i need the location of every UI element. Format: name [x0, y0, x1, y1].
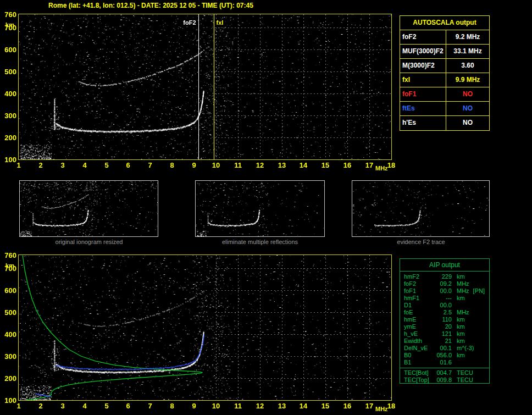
aip-row: foE2.5MHz [400, 309, 489, 316]
y-tick-label: 400 [0, 90, 16, 98]
aip-row: B101.6 [400, 359, 489, 366]
aip-row: Ewidth21km [400, 337, 489, 345]
aip-row: hmF2229km [400, 273, 489, 280]
aip-param-value: 056.0 [435, 352, 452, 359]
y-tick-label: 200 [0, 134, 16, 142]
thumbnail-caption-original: original ionogram resized [34, 239, 144, 245]
aip-param-note: [PN] [469, 287, 485, 295]
x-axis-unit-label: MHz [375, 165, 392, 171]
thumbnail-caption-f2: evidence F2 trace [366, 239, 476, 245]
aip-param-label: hmF1 [404, 295, 435, 302]
autoscala-param-value: 3.60 [446, 59, 489, 73]
x-tick-label: 10 [210, 402, 221, 410]
aip-param-value: --- [435, 295, 452, 302]
autoscala-row: foF1NO [400, 87, 489, 102]
autoscala-param-label: MUF(3000)F2 [400, 45, 446, 58]
aip-param-value: 229 [435, 273, 452, 280]
autoscala-panel-title: AUTOSCALA output [400, 16, 489, 30]
aip-param-unit: km [452, 330, 465, 337]
y-tick-label: 300 [0, 112, 16, 120]
aip-row: h_vE121km [400, 330, 489, 337]
ionogram-top-frame [18, 14, 392, 160]
aip-param-label: B1 [404, 359, 435, 366]
aip-param-unit: km [452, 323, 465, 330]
x-tick-label: 4 [79, 161, 90, 169]
ionogram-bottom-canvas [19, 255, 391, 400]
aip-panel-title: AIP output [400, 259, 489, 272]
aip-param-unit: MHz [452, 309, 469, 316]
autoscala-rows: foF29.2 MHzMUF(3000)F233.1 MHzM(3000)F23… [400, 30, 489, 130]
y-tick-label: 100 [0, 396, 16, 405]
y-tick-label: 200 [0, 374, 16, 383]
aip-param-label: TEC[Bot] [404, 369, 435, 377]
y-tick-label: 760 [0, 10, 16, 19]
aip-tec-row: TEC[Bot]004.7TECU [400, 369, 489, 377]
x-tick-label: 10 [210, 161, 221, 169]
aip-param-unit: km [452, 295, 465, 302]
thumbnail-f2-trace [352, 180, 490, 237]
aip-param-label: DelN_vE [404, 345, 435, 352]
x-tick-label: 1 [13, 161, 24, 169]
y-tick-label: 700 [0, 24, 16, 32]
aip-output-panel: AIP output hmF2229kmfoF209.2MHzfoF100.0M… [400, 258, 490, 384]
y-tick-label: 600 [0, 46, 16, 54]
x-tick-label: 12 [254, 402, 265, 410]
aip-row: D100.0 [400, 302, 489, 309]
x-tick-label: 2 [35, 161, 46, 169]
y-tick-label: 500 [0, 308, 16, 317]
aip-param-value: 00.0 [435, 287, 452, 295]
x-tick-label: 3 [57, 161, 68, 169]
y-tick-label: 600 [0, 286, 16, 295]
x-tick-label: 1 [13, 402, 24, 410]
autoscala-param-value: NO [446, 116, 489, 130]
autoscala-param-label: foF2 [400, 30, 446, 44]
y-tick-label: 700 [0, 264, 16, 273]
thumbnail-eliminate-reflections [195, 180, 325, 237]
x-tick-label: 18 [386, 161, 397, 169]
autoscala-param-value: NO [446, 102, 489, 115]
autoscala-param-value: NO [446, 87, 489, 101]
aip-param-unit: km [452, 273, 465, 280]
aip-param-unit: MHz [452, 287, 469, 295]
aip-param-value: 00.1 [435, 345, 452, 352]
aip-param-unit: m^(-3) [452, 345, 474, 352]
aip-param-unit [452, 302, 457, 309]
aip-param-label: foE [404, 309, 435, 316]
aip-param-value: 110 [435, 316, 452, 323]
x-tick-label: 5 [101, 402, 112, 410]
aip-row: DelN_vE00.1m^(-3) [400, 345, 489, 352]
autoscala-screen: Rome (lat: +41.8, lon: 012.5) - DATE: 20… [0, 0, 532, 415]
x-tick-label: 5 [101, 161, 112, 169]
aip-param-label: B0 [404, 352, 435, 359]
x-tick-label: 8 [167, 161, 178, 169]
thumbnail-f2-canvas [352, 181, 489, 236]
aip-param-label: hmF2 [404, 273, 435, 280]
aip-row: ymE20km [400, 323, 489, 330]
autoscala-param-value: 9.2 MHz [446, 30, 489, 44]
autoscala-row: fxI9.9 MHz [400, 73, 489, 87]
aip-tec-rows: TEC[Bot]004.7TECUTEC[Top]009.8TECU [400, 368, 489, 384]
thumbnail-eliminate-canvas [196, 181, 324, 236]
aip-param-value: 01.6 [435, 359, 452, 366]
x-tick-label: 15 [320, 402, 331, 410]
x-tick-label: 8 [167, 402, 178, 410]
ionogram-top-canvas [19, 14, 391, 159]
ionogram-bottom-frame [18, 254, 392, 401]
autoscala-param-label: foF1 [400, 87, 446, 101]
x-tick-label: 6 [123, 161, 134, 169]
y-axis-unit-label: km [0, 262, 14, 269]
aip-row: foF209.2MHz [400, 280, 489, 287]
x-tick-label: 16 [342, 161, 353, 169]
x-tick-label: 14 [298, 402, 309, 410]
aip-param-label: Ewidth [404, 337, 435, 345]
autoscala-param-label: ftEs [400, 102, 446, 115]
thumbnail-original-ionogram [19, 180, 158, 237]
aip-param-label: h_vE [404, 330, 435, 337]
x-tick-label: 11 [232, 402, 243, 410]
y-axis-unit-label: km [0, 21, 14, 28]
autoscala-row: foF29.2 MHz [400, 30, 489, 45]
x-tick-label: 18 [386, 402, 397, 410]
y-tick-label: 300 [0, 352, 16, 361]
autoscala-param-value: 33.1 MHz [446, 45, 489, 58]
autoscala-param-label: h'Es [400, 116, 446, 130]
